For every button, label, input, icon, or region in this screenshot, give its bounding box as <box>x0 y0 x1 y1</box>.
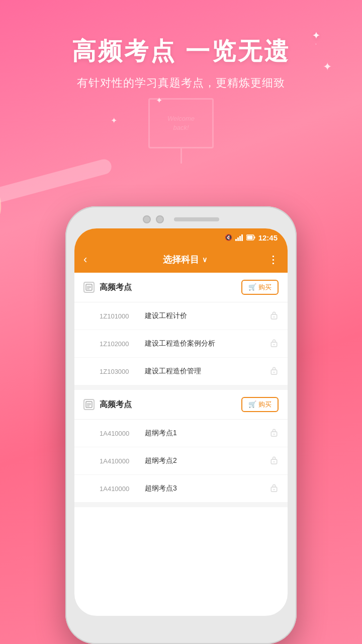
list-item[interactable]: 1A410000 超纲考点2 <box>74 447 288 475</box>
sparkle-icon: ✦ <box>156 96 162 105</box>
item-name: 超纲考点1 <box>145 429 264 438</box>
section-1: 高频考点 🛒 购买 1Z101000 建设工程计价 <box>74 273 288 385</box>
more-button[interactable]: ⋮ <box>268 254 279 266</box>
signal-icon <box>235 234 243 241</box>
svg-point-14 <box>274 344 275 345</box>
lock-icon <box>269 455 279 466</box>
section-2-header: 高频考点 🛒 购买 <box>74 390 288 420</box>
section-2-icon <box>83 399 95 410</box>
sparkle-icon-2: ✦ <box>111 116 117 125</box>
camera-dot-right <box>156 215 164 223</box>
phone-outer-shell: 🔇 12:45 <box>65 206 297 644</box>
item-code: 1A410000 <box>100 457 145 465</box>
phone-mockup: 🔇 12:45 <box>65 206 297 644</box>
lock-icon <box>269 366 279 377</box>
item-code: 1Z103000 <box>100 368 145 375</box>
svg-point-22 <box>274 434 275 435</box>
hero-section: 高频考点 一览无遗 有针对性的学习真题考点，更精炼更细致 <box>0 0 362 91</box>
status-time: 12:45 <box>258 233 278 242</box>
list-item[interactable]: 1Z102000 建设工程造价案例分析 <box>74 330 288 358</box>
status-bar: 🔇 12:45 <box>74 228 288 247</box>
list-item[interactable]: 1Z101000 建设工程计价 <box>74 302 288 330</box>
phone-screen: 🔇 12:45 <box>74 228 288 616</box>
mute-icon: 🔇 <box>225 234 232 241</box>
item-name: 建设工程造价案例分析 <box>145 339 264 348</box>
item-name: 超纲考点2 <box>145 456 264 465</box>
svg-point-24 <box>274 461 275 462</box>
battery-icon <box>246 234 255 240</box>
section-2-title: 高频考点 <box>100 399 132 410</box>
item-name: 建设工程造价管理 <box>145 367 264 376</box>
item-code: 1Z101000 <box>100 312 145 320</box>
nav-title: 选择科目 ∨ <box>102 254 268 266</box>
svg-point-16 <box>274 372 275 373</box>
main-title: 高频考点 一览无遗 <box>0 35 362 67</box>
svg-rect-0 <box>235 239 237 241</box>
lock-icon <box>269 338 279 349</box>
phone-top-bar <box>74 215 288 223</box>
section-1-header-left: 高频考点 <box>83 282 132 293</box>
lock-icon <box>269 310 279 321</box>
welcome-text: Welcome back! <box>167 114 195 132</box>
camera-dot-left <box>143 215 151 223</box>
item-name: 建设工程计价 <box>145 311 264 320</box>
phone-speaker <box>174 217 219 221</box>
subtitle: 有针对性的学习真题考点，更精炼更细致 <box>0 75 362 91</box>
section-2: 高频考点 🛒 购买 1A410000 超纲考点1 <box>74 390 288 502</box>
lock-icon <box>269 428 279 439</box>
chalkboard-illustration: Welcome back! <box>148 98 214 164</box>
section-1-buy-button[interactable]: 🛒 购买 <box>241 280 279 295</box>
section-2-buy-button[interactable]: 🛒 购买 <box>241 397 279 412</box>
section-1-title: 高频考点 <box>100 282 132 293</box>
flashlight-decoration <box>0 157 113 206</box>
list-item[interactable]: 1A410000 超纲考点1 <box>74 420 288 447</box>
back-button[interactable]: ‹ <box>83 253 102 266</box>
item-code: 1Z102000 <box>100 340 145 348</box>
svg-point-12 <box>274 316 275 317</box>
nav-chevron-icon[interactable]: ∨ <box>202 256 207 264</box>
status-icons: 🔇 12:45 <box>225 233 278 242</box>
section-1-header: 高频考点 🛒 购买 <box>74 273 288 302</box>
list-item[interactable]: 1A410000 超纲考点3 <box>74 475 288 502</box>
nav-bar: ‹ 选择科目 ∨ ⋮ <box>74 247 288 273</box>
svg-rect-1 <box>237 237 239 241</box>
svg-rect-3 <box>241 234 243 241</box>
item-code: 1A410000 <box>100 430 145 437</box>
lock-icon <box>269 483 279 494</box>
content-area: 高频考点 🛒 购买 1Z101000 建设工程计价 <box>74 273 288 507</box>
svg-point-26 <box>274 489 275 490</box>
list-item[interactable]: 1Z103000 建设工程造价管理 <box>74 358 288 385</box>
svg-rect-6 <box>254 236 255 238</box>
section-2-header-left: 高频考点 <box>83 399 132 410</box>
item-code: 1A410000 <box>100 485 145 493</box>
item-name: 超纲考点3 <box>145 484 264 493</box>
svg-rect-2 <box>239 236 241 241</box>
svg-rect-5 <box>247 236 252 239</box>
section-1-icon <box>83 282 95 293</box>
camera-area <box>143 215 164 223</box>
